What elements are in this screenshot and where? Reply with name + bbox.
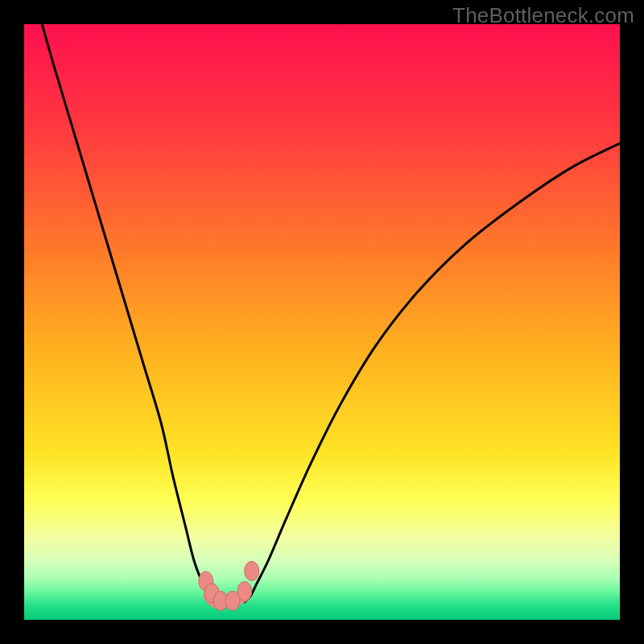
gradient-background: [24, 24, 620, 620]
data-marker: [245, 561, 259, 580]
chart-svg: [24, 24, 620, 620]
plot-area: [24, 24, 620, 620]
data-marker: [237, 581, 252, 601]
chart-frame: TheBottleneck.com: [0, 0, 644, 644]
